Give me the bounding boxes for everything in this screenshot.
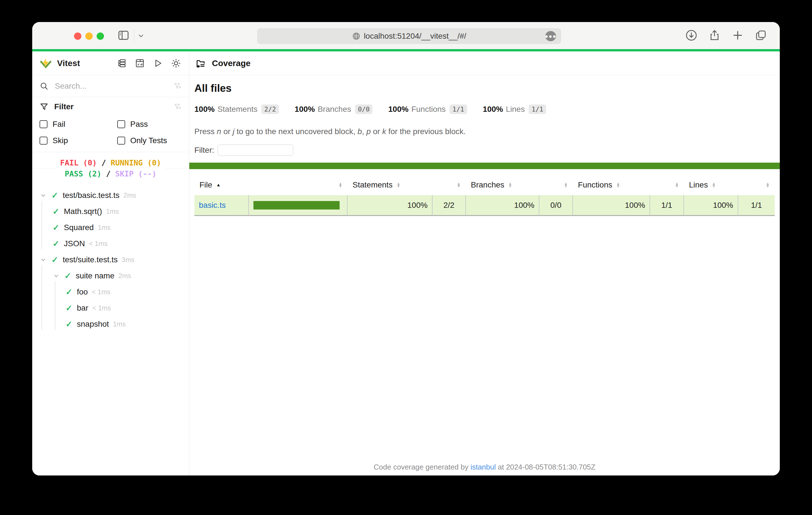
run-all-icon[interactable] xyxy=(152,58,164,69)
column-header-lines[interactable]: Lines▲▼ xyxy=(684,175,738,195)
sort-icon[interactable]: ▲▼ xyxy=(712,182,716,187)
report-filter-input[interactable] xyxy=(218,145,293,156)
sort-icon[interactable]: ▲▼ xyxy=(616,182,620,187)
test-tree-item-test-suite-test-ts[interactable]: ✓test/suite.test.ts3ms xyxy=(32,251,189,268)
checkbox-label: Pass xyxy=(130,120,148,129)
new-tab-icon[interactable] xyxy=(731,29,744,42)
chevron-down-icon[interactable] xyxy=(53,272,64,279)
zoom-window-button[interactable] xyxy=(97,32,104,40)
checkbox-icon[interactable] xyxy=(39,137,48,145)
metric-statements: 100%Statements2/2 xyxy=(194,104,279,114)
test-tree-item-json[interactable]: ✓JSON< 1ms xyxy=(32,236,189,251)
istanbul-link[interactable]: istanbul xyxy=(470,463,496,471)
summary-counts: FAIL (0) / RUNNING (0) PASS (2) / SKIP (… xyxy=(56,156,165,180)
sort-icon[interactable]: ▲▼ xyxy=(564,182,568,187)
more-options-icon[interactable]: ●●● xyxy=(545,31,556,41)
test-tree-item-foo[interactable]: ✓foo< 1ms xyxy=(32,284,189,300)
coverage-table: File▲▲▼Statements▲▼▲▼Branches▲▼▲▼Functio… xyxy=(189,175,780,216)
table-row: basic.ts100%2/2100%0/0100%1/1100%1/1 xyxy=(194,195,775,216)
hint-text: Press xyxy=(194,127,217,136)
expand-collapse-icon[interactable] xyxy=(116,58,127,69)
share-icon[interactable] xyxy=(708,29,721,42)
footer-text: Code coverage generated by xyxy=(374,463,471,471)
column-label: Statements xyxy=(353,180,393,189)
file-link[interactable]: basic.ts xyxy=(199,201,226,210)
column-sorter[interactable]: ▲▼ xyxy=(433,175,466,195)
globe-icon xyxy=(352,32,360,40)
checkbox-icon[interactable] xyxy=(39,120,48,128)
metric-label: Lines xyxy=(506,105,525,114)
sidebar-toggle-icon[interactable] xyxy=(117,29,130,42)
sort-icon[interactable]: ▲▼ xyxy=(508,182,512,187)
sort-icon[interactable]: ▲▼ xyxy=(397,182,400,187)
search-input[interactable] xyxy=(54,81,173,91)
hint-text: for the previous block. xyxy=(386,127,466,136)
column-sorter[interactable]: ▲▼ xyxy=(738,175,775,195)
column-sorter[interactable]: ▲▼ xyxy=(650,175,684,195)
test-tree-item-math-sqrt-[interactable]: ✓Math.sqrt()1ms xyxy=(32,203,189,219)
open-report-icon[interactable] xyxy=(195,58,206,69)
test-name: foo xyxy=(77,287,88,297)
filter-checkbox-skip[interactable]: Skip xyxy=(39,136,117,145)
app-content: Vitest xyxy=(32,51,780,476)
column-sorter[interactable]: ▲▼ xyxy=(539,175,573,195)
filter-checkbox-fail[interactable]: Fail xyxy=(39,120,117,129)
coverage-report: All files 100%Statements2/2100%Branches0… xyxy=(189,75,780,476)
metric-fraction-badge: 2/2 xyxy=(261,104,279,114)
minimize-window-button[interactable] xyxy=(85,32,93,40)
sort-icon[interactable]: ▲▼ xyxy=(675,182,679,187)
pass-check-icon: ✓ xyxy=(64,271,76,281)
sort-icon[interactable]: ▲▼ xyxy=(766,182,770,187)
test-tree-item-test-basic-test-ts[interactable]: ✓test/basic.test.ts2ms xyxy=(32,187,189,203)
chevron-down-icon[interactable] xyxy=(39,192,51,199)
funnel-icon xyxy=(39,102,49,111)
column-header-branches[interactable]: Branches▲▼ xyxy=(466,175,540,195)
download-icon[interactable] xyxy=(685,29,698,42)
checkbox-icon[interactable] xyxy=(117,120,125,128)
tree-indent-guide xyxy=(41,201,42,249)
checkbox-icon[interactable] xyxy=(117,137,125,145)
report-footer: Code coverage generated by istanbul at 2… xyxy=(189,463,780,472)
test-duration: < 1ms xyxy=(92,288,111,296)
coverage-summary-bar xyxy=(189,163,780,169)
filter-checkbox-only-tests[interactable]: Only Tests xyxy=(117,136,182,145)
pass-check-icon: ✓ xyxy=(65,287,77,297)
filter-options: FailPassSkipOnly Tests xyxy=(39,120,182,145)
sort-icon[interactable]: ▲▼ xyxy=(457,182,461,187)
clear-filter-icon[interactable] xyxy=(173,102,182,111)
tabs-icon[interactable] xyxy=(754,29,767,42)
hint-text: k xyxy=(382,127,386,136)
url-text: localhost:51204/__vitest__/#/ xyxy=(364,32,466,41)
pass-check-icon: ✓ xyxy=(65,319,77,329)
sort-icon[interactable]: ▲▼ xyxy=(339,182,342,187)
test-tree-item-squared[interactable]: ✓Squared1ms xyxy=(32,219,189,236)
metric-percent: 100% xyxy=(194,105,215,114)
test-duration: 3ms xyxy=(122,256,135,264)
hint-text: or xyxy=(221,127,233,136)
filter-title: Filter xyxy=(54,102,74,111)
clear-search-filter-icon[interactable] xyxy=(173,82,182,90)
browser-window: localhost:51204/__vitest__/#/ ●●● xyxy=(32,22,780,476)
column-header-file[interactable]: File▲ xyxy=(194,175,249,195)
app-title: Vitest xyxy=(57,58,80,68)
column-sorter[interactable]: ▲▼ xyxy=(249,175,348,195)
chevron-down-icon[interactable] xyxy=(137,32,145,39)
metric-lines: 100%Lines1/1 xyxy=(483,104,546,114)
address-bar[interactable]: localhost:51204/__vitest__/#/ ●●● xyxy=(257,28,561,44)
coverage-bar xyxy=(254,201,340,210)
test-tree-item-snapshot[interactable]: ✓snapshot1ms xyxy=(32,316,189,332)
chevron-down-icon[interactable] xyxy=(39,256,51,264)
sun-icon[interactable] xyxy=(170,58,182,69)
browser-toolbar: localhost:51204/__vitest__/#/ ●●● xyxy=(32,22,780,49)
close-window-button[interactable] xyxy=(74,32,81,40)
test-summary: FAIL (0) / RUNNING (0) PASS (2) / SKIP (… xyxy=(32,152,189,184)
hint-text: , xyxy=(362,127,367,136)
column-header-functions[interactable]: Functions▲▼ xyxy=(573,175,650,195)
test-tree-item-suite-name[interactable]: ✓suite name2ms xyxy=(32,268,189,284)
test-tree-item-bar[interactable]: ✓bar< 1ms xyxy=(32,300,189,316)
filter-checkbox-pass[interactable]: Pass xyxy=(117,120,182,129)
dashboard-icon[interactable] xyxy=(134,58,145,69)
column-header-statements[interactable]: Statements▲▼ xyxy=(348,175,433,195)
table-cell: 100% xyxy=(684,195,738,216)
summary-segment: SKIP (--) xyxy=(115,170,156,178)
